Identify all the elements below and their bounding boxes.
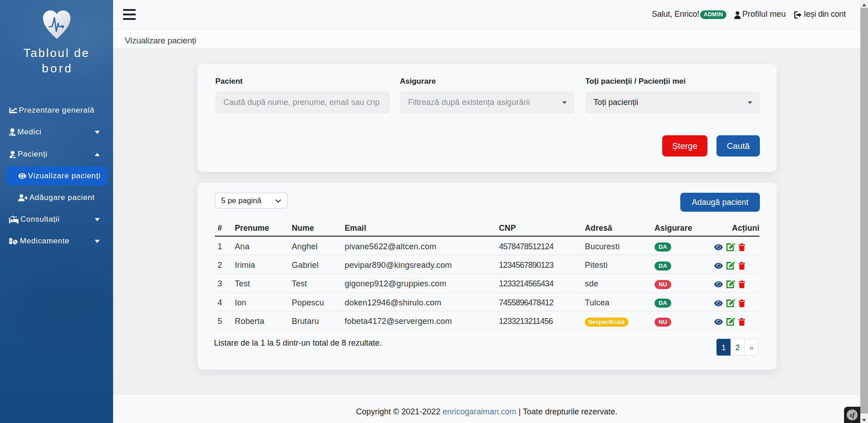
svg-text:sf: sf <box>849 411 856 418</box>
